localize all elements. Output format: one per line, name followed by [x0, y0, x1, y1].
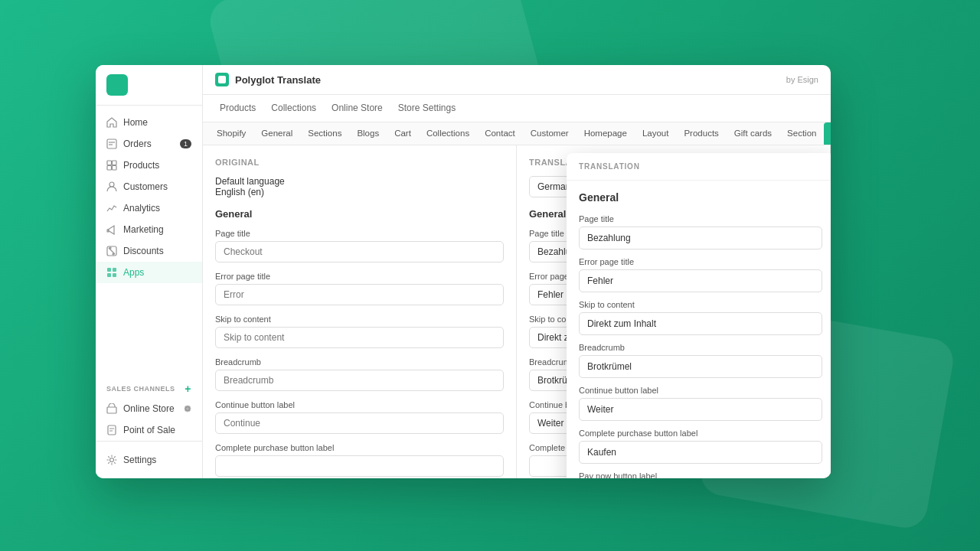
sidebar-item-label: Analytics	[123, 203, 160, 214]
svg-rect-0	[107, 139, 116, 148]
fp-complete-purchase-label: Complete purchase button label	[579, 429, 822, 438]
sidebar-item-label: Settings	[123, 455, 156, 465]
tab-cart[interactable]: Cart	[387, 122, 419, 145]
tab-collections[interactable]: Collections	[263, 95, 324, 122]
fp-pay-now-group: Pay now button label	[579, 471, 822, 478]
sidebar-item-apps[interactable]: Apps	[96, 262, 202, 283]
svg-rect-5	[107, 166, 112, 171]
tab-contact[interactable]: Contact	[477, 122, 523, 145]
fp-skip-to-content-input[interactable]	[579, 312, 822, 335]
floating-panel-body: General Page title Error page title Skip…	[567, 181, 831, 478]
content-area: ORIGINAL Default language English (en) G…	[203, 145, 831, 478]
continue-btn-label-input[interactable]	[215, 412, 504, 434]
sidebar-item-label: Orders	[123, 139, 152, 149]
sidebar-item-label: Customers	[123, 181, 168, 192]
sidebar-item-home[interactable]: Home	[96, 112, 202, 133]
add-sales-channel-button[interactable]: +	[185, 383, 191, 395]
fp-error-page-title-group: Error page title	[579, 257, 822, 292]
svg-rect-3	[107, 161, 112, 165]
sidebar-item-label: Online Store	[123, 403, 175, 414]
tab-products[interactable]: Products	[212, 95, 263, 122]
complete-purchase-input[interactable]	[215, 455, 504, 477]
fp-breadcrumb-label: Breadcrumb	[579, 343, 822, 352]
tab-online-store[interactable]: Online Store	[324, 95, 390, 122]
tab-layout[interactable]: Layout	[635, 122, 677, 145]
error-page-title-label: Error page title	[215, 272, 504, 281]
app-header: Polyglot Translate by Esign	[203, 65, 831, 95]
app-logo	[215, 73, 229, 86]
fp-page-title-label: Page title	[579, 214, 822, 223]
sidebar-item-orders[interactable]: Orders 1	[96, 133, 202, 155]
fp-breadcrumb-input[interactable]	[579, 355, 822, 378]
sidebar-item-analytics[interactable]: Analytics	[96, 197, 202, 219]
secondary-nav-tabs: Shopify General Sections Blogs Cart Coll…	[203, 122, 831, 145]
continue-btn-label-field-group: Continue button label	[215, 400, 504, 434]
sidebar-item-settings[interactable]: Settings	[96, 449, 202, 471]
sidebar-item-online-store[interactable]: Online Store	[96, 398, 202, 419]
sidebar-item-discounts[interactable]: Discounts	[96, 240, 202, 262]
breadcrumb-input[interactable]	[215, 370, 504, 391]
fp-complete-purchase-group: Complete purchase button label	[579, 429, 822, 464]
svg-point-7	[109, 182, 114, 187]
default-language-row: Default language English (en)	[215, 176, 504, 197]
sales-channels-section: SALES CHANNELS +	[96, 375, 202, 398]
tab-collections[interactable]: Collections	[419, 122, 477, 145]
svg-rect-6	[113, 166, 117, 171]
tab-store-settings[interactable]: Store Settings	[390, 95, 463, 122]
sidebar-item-customers[interactable]: Customers	[96, 176, 202, 197]
tab-shopify[interactable]: Shopify	[209, 122, 253, 145]
settings-icon	[106, 455, 117, 465]
page-title-input[interactable]	[215, 241, 504, 262]
sidebar-item-label: Products	[123, 160, 159, 171]
marketing-icon	[106, 224, 117, 235]
sidebar-item-label: Home	[123, 117, 148, 128]
sidebar-item-pos[interactable]: Point of Sale	[96, 419, 202, 441]
fp-complete-purchase-input[interactable]	[579, 441, 822, 464]
left-section-title: General	[215, 208, 504, 220]
tab-sections[interactable]: Sections	[300, 122, 349, 145]
tab-customer[interactable]: Customer	[523, 122, 577, 145]
shopify-logo	[106, 74, 128, 96]
tab-gift-cards[interactable]: Gift cards	[727, 122, 779, 145]
fp-error-page-title-input[interactable]	[579, 269, 822, 292]
sidebar-item-label: Apps	[123, 267, 144, 278]
fp-skip-to-content-group: Skip to content	[579, 300, 822, 335]
sidebar-item-marketing[interactable]: Marketing	[96, 219, 202, 240]
main-content: Polyglot Translate by Esign Products Col…	[203, 65, 831, 478]
svg-rect-14	[107, 407, 116, 413]
sidebar-item-label: Discounts	[123, 246, 164, 256]
tab-general[interactable]: General	[253, 122, 300, 145]
svg-rect-18	[108, 425, 116, 435]
tab-checkout[interactable]: Checkout	[824, 122, 831, 145]
fp-page-title-input[interactable]	[579, 227, 822, 249]
fp-pay-now-label: Pay now button label	[579, 471, 822, 478]
fp-page-title-group: Page title	[579, 214, 822, 249]
analytics-icon	[106, 203, 117, 214]
svg-rect-12	[107, 273, 111, 277]
svg-rect-4	[113, 161, 117, 165]
error-page-title-field-group: Error page title	[215, 272, 504, 305]
original-panel: ORIGINAL Default language English (en) G…	[203, 145, 517, 478]
skip-to-content-input[interactable]	[215, 327, 504, 348]
tab-products[interactable]: Products	[676, 122, 726, 145]
floating-translation-panel: TRANSLATION General Page title Error pag…	[567, 153, 831, 478]
home-icon	[106, 117, 117, 128]
error-page-title-input[interactable]	[215, 284, 504, 305]
default-language-value: English (en)	[215, 187, 264, 197]
sidebar-item-products[interactable]: Products	[96, 155, 202, 176]
breadcrumb-label: Breadcrumb	[215, 357, 504, 367]
tab-homepage[interactable]: Homepage	[577, 122, 635, 145]
main-window: Home Orders 1 Product	[96, 65, 831, 478]
sidebar: Home Orders 1 Product	[96, 65, 203, 478]
tab-blogs[interactable]: Blogs	[349, 122, 387, 145]
fp-continue-btn-input[interactable]	[579, 398, 822, 421]
svg-rect-13	[113, 273, 116, 277]
skip-to-content-field-group: Skip to content	[215, 315, 504, 348]
fp-error-page-title-label: Error page title	[579, 257, 822, 266]
page-title-label: Page title	[215, 229, 504, 238]
discounts-icon	[106, 246, 117, 256]
fp-continue-btn-group: Continue button label	[579, 386, 822, 421]
apps-icon	[106, 267, 117, 278]
skip-to-content-label: Skip to content	[215, 315, 504, 324]
tab-section[interactable]: Section	[779, 122, 824, 145]
